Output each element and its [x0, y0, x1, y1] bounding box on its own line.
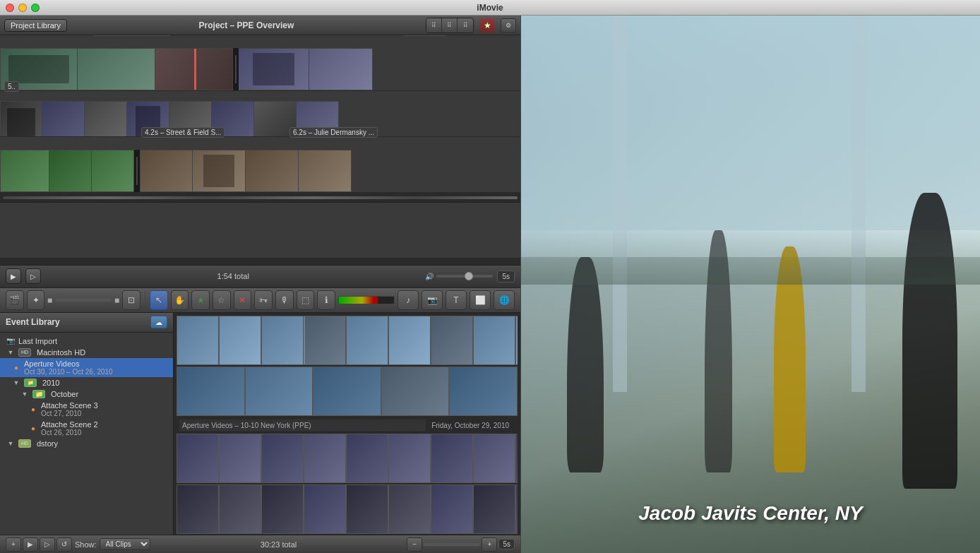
timeline-clip[interactable] — [0, 150, 49, 192]
window-controls[interactable] — [6, 4, 40, 12]
event-clip-11[interactable] — [177, 367, 245, 416]
bottom-zoom-out-button[interactable]: − — [407, 537, 422, 552]
library-item-2010[interactable]: 📁 2010 — [0, 377, 173, 388]
event-clip-3[interactable] — [261, 316, 304, 365]
play-fullscreen-button[interactable]: ▷ — [25, 268, 41, 284]
bottom-zoom-slider[interactable] — [424, 543, 480, 546]
event-clip-dark-1[interactable] — [177, 484, 219, 534]
event-clip-15[interactable] — [449, 367, 518, 416]
event-clip-4[interactable] — [304, 316, 346, 365]
timeline-clip[interactable] — [42, 101, 85, 136]
unfavorite-button[interactable]: ☆ — [213, 290, 231, 310]
music-button[interactable]: ♪ — [398, 290, 419, 310]
cloud-button[interactable]: ☁ — [150, 316, 167, 328]
event-clip-12[interactable] — [245, 367, 313, 416]
library-item-dstory[interactable]: HD dstory — [0, 438, 173, 449]
show-clips-select[interactable]: All Clips Favorites Rejected — [100, 538, 150, 550]
mic-button[interactable]: 🎙 — [275, 290, 294, 310]
event-clip-dark-4[interactable] — [304, 484, 346, 534]
event-clip-2[interactable] — [219, 316, 261, 365]
bottom-play-button[interactable]: ▶ — [23, 537, 38, 552]
zoom-slider[interactable] — [436, 275, 493, 278]
settings-button[interactable]: ⚙ — [501, 18, 516, 32]
event-clip-interview-7[interactable] — [431, 434, 473, 483]
event-clip-7[interactable] — [431, 316, 473, 365]
title-button[interactable]: T — [446, 290, 467, 310]
library-item-october[interactable]: 📁 October — [0, 388, 173, 400]
reject-button[interactable]: ✕ — [234, 290, 252, 310]
star-filter-button[interactable]: ★ — [479, 18, 495, 32]
dstory-label: dstory — [37, 439, 58, 448]
event-clip-dark-9[interactable] — [515, 484, 518, 534]
event-clip-dark-6[interactable] — [388, 484, 431, 534]
event-clip-interview-2[interactable] — [219, 434, 261, 483]
bottom-loop-button[interactable]: ↺ — [56, 537, 72, 552]
view-btn-3[interactable]: ⠿ — [458, 18, 473, 32]
event-clip-1[interactable] — [177, 316, 219, 365]
timeline-clip[interactable] — [0, 101, 42, 136]
timeline-clip[interactable] — [85, 101, 127, 136]
photo-button[interactable]: 📷 — [422, 290, 443, 310]
event-clip-interview-1[interactable] — [177, 434, 219, 483]
library-item-aperture-videos[interactable]: ● Aperture Videos Oct 30, 2010 – Oct 26,… — [0, 358, 173, 377]
timeline-clip[interactable] — [246, 150, 299, 192]
timeline-clip[interactable] — [140, 150, 193, 192]
timeline-clip[interactable] — [193, 150, 246, 192]
view-btn-1[interactable]: ⠿ — [426, 18, 442, 32]
library-item-mac-hd[interactable]: HD Macintosh HD — [0, 347, 173, 358]
event-clip-5[interactable] — [346, 316, 388, 365]
bottom-add-button[interactable]: + — [6, 537, 21, 552]
event-clip-dark-2[interactable] — [219, 484, 261, 534]
timeline-clip[interactable] — [239, 48, 309, 90]
timeline-clip[interactable] — [78, 48, 155, 90]
arrow-tool-button[interactable]: ↖ — [150, 290, 168, 310]
event-clip-interview-9[interactable] — [515, 434, 518, 483]
library-item-attache2[interactable]: ● Attache Scene 2 Oct 26, 2010 — [0, 419, 173, 438]
info-button[interactable]: ℹ — [317, 290, 335, 310]
transition-button[interactable]: ⬜ — [470, 290, 491, 310]
crop-button[interactable]: ⬚ — [297, 290, 315, 310]
event-clip-6[interactable] — [388, 316, 431, 365]
timeline-clip[interactable] — [309, 48, 373, 90]
key-button[interactable]: 🗝 — [254, 290, 273, 310]
globe-button[interactable]: 🌐 — [494, 290, 515, 310]
event-clip-interview-4[interactable] — [304, 434, 346, 483]
event-clip-13[interactable] — [313, 367, 381, 416]
event-clip-dark-5[interactable] — [346, 484, 388, 534]
timeline-scrollbar[interactable] — [0, 258, 520, 265]
event-clip-interview-5[interactable] — [346, 434, 388, 483]
favorite-button[interactable]: ★ — [191, 290, 210, 310]
project-library-button[interactable]: Project Library — [4, 19, 67, 32]
timeline-clip-cut[interactable] — [155, 48, 233, 90]
play-button[interactable]: ▶ — [6, 268, 21, 284]
timeline-clip[interactable] — [49, 150, 92, 192]
fit-button[interactable]: ⊡ — [122, 290, 141, 310]
library-item-attache3[interactable]: ● Attache Scene 3 Oct 27, 2010 — [0, 400, 173, 419]
timeline-clip[interactable] — [299, 150, 352, 192]
screen-capture-button[interactable]: 🎬 — [6, 290, 24, 310]
clip-size-slider[interactable] — [55, 299, 112, 302]
event-clip-9[interactable] — [515, 316, 518, 365]
timeline-clip[interactable] — [92, 150, 134, 192]
range-select-button[interactable]: ✋ — [171, 290, 189, 310]
event-clip-interview-6[interactable] — [388, 434, 431, 483]
event-clip-row-4 — [177, 484, 518, 534]
event-clip-14[interactable] — [381, 367, 450, 416]
event-clip-dark-8[interactable] — [473, 484, 515, 534]
close-button[interactable] — [6, 4, 14, 12]
event-clips-content[interactable]: Aperture Videos – 10-10 New York (PPE) F… — [174, 313, 520, 535]
bottom-fullplay-button[interactable]: ▷ — [40, 537, 55, 552]
event-clip-8[interactable] — [473, 316, 515, 365]
event-clip-interview-8[interactable] — [473, 434, 515, 483]
maximize-button[interactable] — [31, 4, 40, 12]
clip-label-3: 5.. — [4, 81, 19, 92]
event-clip-dark-7[interactable] — [431, 484, 473, 534]
view-btn-2[interactable]: ⠿ — [442, 18, 458, 32]
event-clip-interview-3[interactable] — [261, 434, 304, 483]
event-clip-dark-3[interactable] — [261, 484, 304, 534]
timeline-area[interactable]: 4.9s – Jacob Javits C... 5.8s – Mik... — [0, 35, 520, 258]
bottom-zoom-in-button[interactable]: + — [482, 537, 497, 552]
library-item-last-import[interactable]: 📷 Last Import — [0, 335, 173, 347]
wand-button[interactable]: ✦ — [27, 290, 45, 310]
minimize-button[interactable] — [18, 4, 27, 12]
